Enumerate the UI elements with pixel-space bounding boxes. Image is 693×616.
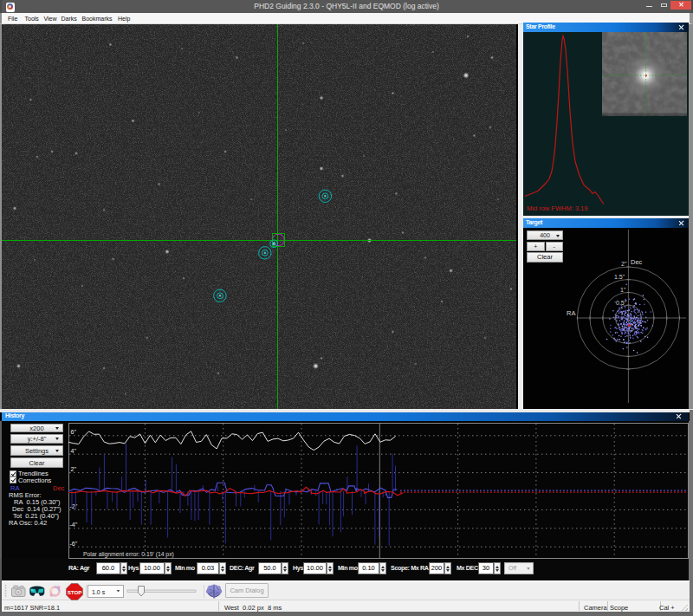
svg-text:Mid row FWHM: 3.19: Mid row FWHM: 3.19 <box>527 204 587 212</box>
svg-text:1.5": 1.5" <box>614 274 625 280</box>
svg-text:-2": -2" <box>70 503 78 509</box>
svg-text:2": 2" <box>71 466 77 472</box>
svg-text:1.0 s: 1.0 s <box>92 588 106 594</box>
svg-text:STOP: STOP <box>68 588 82 594</box>
svg-text:-4": -4" <box>70 522 78 528</box>
svg-text:4": 4" <box>71 448 77 454</box>
svg-text:2": 2" <box>621 261 627 267</box>
svg-text:Polar alignment error: 0.19' (: Polar alignment error: 0.19' (14 px) <box>83 551 174 558</box>
svg-text:6": 6" <box>71 429 77 435</box>
svg-text:-6": -6" <box>70 541 78 547</box>
svg-text:RA: RA <box>567 309 575 317</box>
svg-text:1": 1" <box>620 287 626 293</box>
svg-text:Dec: Dec <box>631 258 643 266</box>
